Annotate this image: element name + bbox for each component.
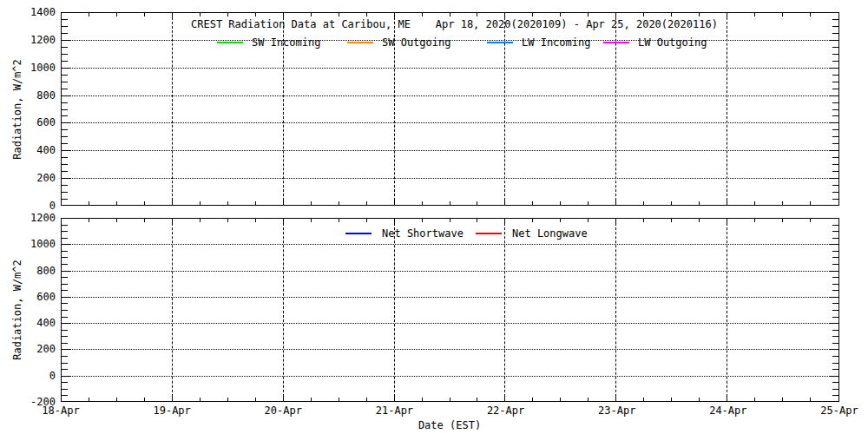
- y-axis-tick: [62, 40, 71, 41]
- x-axis-tick: [200, 398, 201, 401]
- x-axis-tick: [532, 219, 533, 222]
- x-axis-tick: [588, 219, 589, 222]
- y-axis-tick: [832, 115, 838, 116]
- x-tick-label: 23-Apr: [589, 404, 645, 417]
- y-axis-tick: [62, 109, 68, 110]
- y-axis-tick: [62, 225, 68, 226]
- x-axis-tick: [699, 219, 700, 222]
- x-axis-tick: [532, 398, 533, 401]
- x-axis-tick: [144, 219, 145, 222]
- y-axis-tick: [62, 343, 68, 344]
- x-axis-tick: [754, 201, 755, 205]
- x-axis-tick: [116, 13, 117, 16]
- lw-incoming-legend-line: [487, 42, 513, 43]
- y-tick-label: 800: [0, 89, 56, 102]
- y-axis-tick: [62, 277, 68, 278]
- sw-outgoing-legend-line: [347, 42, 373, 43]
- x-axis-tick: [339, 13, 339, 16]
- h-gridline: [62, 178, 838, 179]
- x-axis-tick: [89, 201, 89, 205]
- x-axis-tick: [227, 201, 228, 205]
- y-axis-tick: [832, 47, 838, 48]
- x-axis-tick: [754, 13, 755, 16]
- x-axis-tick: [643, 13, 644, 16]
- x-axis-tick: [699, 13, 700, 16]
- y-axis-tick: [62, 178, 71, 179]
- y-axis-tick: [832, 257, 838, 258]
- y-axis-tick: [62, 185, 68, 186]
- h-gridline: [62, 323, 838, 324]
- y-axis-tick: [62, 389, 68, 390]
- v-gridline: [504, 219, 505, 401]
- y-axis-tick: [62, 238, 68, 239]
- x-axis-tick: [671, 398, 672, 401]
- y-axis-tick: [62, 82, 68, 82]
- y-axis-tick: [832, 82, 838, 82]
- x-tick-label: 18-Apr: [33, 404, 89, 417]
- y-axis-tick: [832, 136, 838, 137]
- y-axis-tick: [829, 244, 838, 245]
- y-axis-tick: [829, 40, 838, 41]
- x-tick-label: 25-Apr: [812, 404, 867, 417]
- y-axis-tick: [832, 185, 838, 186]
- x-axis-tick: [172, 395, 173, 401]
- x-axis-tick: [311, 13, 312, 16]
- y-tick-label: 0: [0, 200, 56, 212]
- x-axis-tick: [782, 398, 783, 401]
- x-axis-tick: [504, 219, 505, 225]
- y-axis-tick: [829, 349, 838, 350]
- x-axis-tick: [89, 13, 89, 16]
- x-axis-label: Date (EST): [418, 419, 481, 431]
- y-axis-tick: [832, 382, 838, 383]
- y-axis-tick: [829, 95, 838, 96]
- y-axis-tick: [62, 95, 71, 96]
- h-gridline: [62, 297, 838, 298]
- y-axis-tick: [62, 26, 68, 27]
- x-axis-tick: [560, 13, 561, 16]
- x-axis-tick: [671, 201, 672, 205]
- y-axis-tick: [62, 251, 68, 252]
- x-axis-tick: [810, 201, 811, 205]
- y-axis-tick: [832, 310, 838, 311]
- y-axis-tick: [832, 157, 838, 158]
- h-gridline: [62, 271, 838, 272]
- x-axis-tick: [477, 13, 477, 16]
- y-axis-tick: [62, 157, 68, 158]
- x-axis-tick: [560, 398, 561, 401]
- y-axis-tick: [832, 19, 838, 20]
- y-axis-tick: [832, 192, 838, 193]
- legend-label-sw-incoming: SW Incoming: [252, 36, 320, 49]
- y-axis-tick: [832, 277, 838, 278]
- v-gridline: [727, 219, 727, 401]
- y-axis-tick: [62, 171, 68, 172]
- x-axis-tick: [394, 219, 395, 225]
- y-axis-tick: [829, 122, 838, 123]
- x-axis-tick: [810, 219, 811, 222]
- x-axis-tick: [560, 219, 561, 222]
- y-axis-tick: [832, 89, 838, 89]
- y-axis-tick: [62, 290, 68, 291]
- bottom-panel-plot-area: [61, 218, 839, 402]
- x-axis-tick: [477, 398, 477, 401]
- y-tick-label: 600: [0, 291, 56, 303]
- x-axis-tick: [366, 201, 367, 205]
- y-axis-tick: [62, 284, 68, 285]
- x-axis-tick: [588, 201, 589, 205]
- y-axis-tick: [832, 264, 838, 265]
- x-axis-tick: [89, 398, 89, 401]
- y-axis-tick: [62, 136, 68, 137]
- x-tick-label: 19-Apr: [144, 404, 200, 417]
- x-axis-tick: [699, 398, 700, 401]
- x-axis-tick: [283, 395, 284, 401]
- x-axis-tick: [422, 201, 423, 205]
- y-axis-tick: [832, 164, 838, 165]
- y-tick-label: 1400: [0, 6, 56, 18]
- x-axis-tick: [671, 13, 672, 16]
- y-axis-tick: [832, 102, 838, 103]
- y-axis-tick: [832, 317, 838, 318]
- x-tick-label: 21-Apr: [366, 404, 422, 417]
- x-axis-tick: [394, 199, 395, 205]
- lw-outgoing-legend-line: [603, 42, 629, 43]
- y-tick-label: 400: [0, 144, 56, 156]
- sw-incoming-legend-line: [217, 42, 243, 43]
